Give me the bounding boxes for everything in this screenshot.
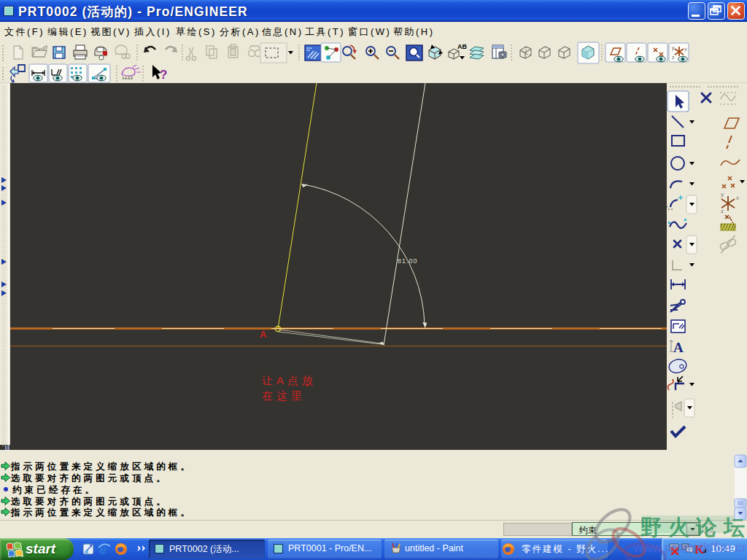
svg-text:z: z [672, 55, 675, 60]
svg-text:81.00: 81.00 [398, 257, 418, 265]
svg-text:x: x [684, 47, 687, 52]
svg-text:x: x [736, 195, 739, 201]
svg-text:y: y [721, 191, 724, 198]
svg-text:在这里: 在这里 [262, 389, 306, 402]
svg-text:y: y [672, 45, 675, 51]
svg-text:让A点放: 让A点放 [261, 374, 317, 386]
svg-text:A: A [260, 329, 267, 340]
svg-text:z: z [721, 208, 724, 214]
svg-text:A: A [673, 340, 684, 355]
svg-text:AB: AB [457, 43, 467, 50]
svg-text:?: ? [160, 68, 167, 82]
svg-text:K: K [694, 542, 705, 556]
